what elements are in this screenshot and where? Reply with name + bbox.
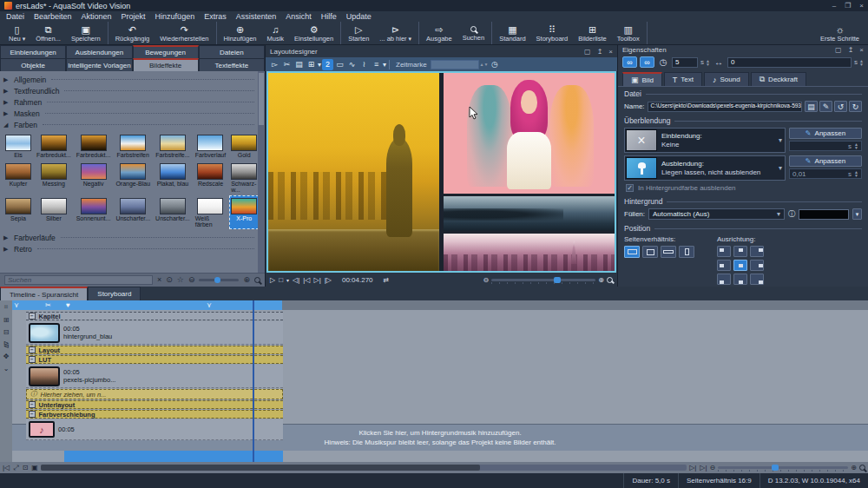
- tab-einblendungen[interactable]: Einblendungen: [0, 45, 66, 58]
- fade-out-dropdown[interactable]: Ausblendung: Liegen lassen, nicht ausble…: [624, 155, 786, 181]
- effect-unscharfer[interactable]: Unscharfer...: [154, 195, 192, 229]
- ruler-marker-icon[interactable]: ⋎: [14, 300, 19, 310]
- track-header-layout[interactable]: −Layout: [26, 346, 283, 354]
- fade-out-duration-spinner[interactable]: 0,01 s ▲▼: [789, 168, 862, 179]
- fade-in-adjust-button[interactable]: ✎ Anpassen: [789, 128, 862, 139]
- toolbar-button-settings[interactable]: ⚙Einstellungen: [289, 22, 339, 44]
- cut-tool-icon[interactable]: ✂: [281, 59, 293, 70]
- timeline-music-item[interactable]: ♪00:05: [26, 419, 283, 440]
- timeline-skip-1-icon[interactable]: ▷|: [700, 464, 707, 472]
- effect-sonnenunt[interactable]: Sonnenunt...: [75, 195, 113, 229]
- zoom-in-icon[interactable]: ⊕: [851, 464, 857, 472]
- tab-intelligente vorlagen[interactable]: Intelligente Vorlagen: [66, 58, 132, 71]
- toolbar-button-first-steps[interactable]: ☼Erste Schritte: [815, 22, 865, 44]
- align-b-button[interactable]: [733, 274, 747, 285]
- toolbar-button-imagelist[interactable]: ⊞Bilderliste: [573, 22, 612, 44]
- toolbar-button-new[interactable]: ▯Neu ▾: [3, 22, 30, 44]
- effect-gold[interactable]: Gold: [229, 132, 259, 160]
- zeitmarke-input[interactable]: [431, 60, 479, 69]
- play-icon[interactable]: ▷: [270, 276, 275, 284]
- menu-item-assistenten[interactable]: Assistenten: [236, 12, 277, 21]
- collapse-icon[interactable]: −: [29, 401, 36, 408]
- timeline-scrollbar[interactable]: [41, 465, 687, 471]
- canvas-image-yellow[interactable]: [268, 73, 439, 271]
- clock-icon[interactable]: ◷: [490, 59, 501, 70]
- monitor-view-icon[interactable]: ▤: [293, 59, 305, 70]
- effect-farbredukt[interactable]: Farbredukt...: [35, 132, 73, 160]
- effect-unscharfer[interactable]: Unscharfer...: [114, 195, 152, 229]
- clock-icon[interactable]: ◷: [657, 56, 669, 68]
- timeline-item[interactable]: 00:05pexels-picjumbo...: [26, 365, 283, 388]
- magnifier-icon[interactable]: [254, 277, 260, 283]
- pin-icon[interactable]: ↥: [597, 48, 603, 56]
- aspect-4-3-button[interactable]: [642, 246, 658, 258]
- toolbar-button-redo[interactable]: ↷Wiederherstellen: [155, 22, 214, 44]
- toolbar-button-toolbox[interactable]: ▥Toolbox: [612, 22, 645, 44]
- curve-out-icon[interactable]: ≀: [358, 59, 370, 70]
- effect-farbstreife[interactable]: Farbstreife...: [154, 132, 192, 160]
- tab-objekte[interactable]: Objekte: [0, 58, 66, 71]
- duration-input[interactable]: [672, 57, 698, 68]
- tab-deckkraft[interactable]: ⧉Deckkraft: [751, 72, 806, 86]
- canvas-image-pink[interactable]: [444, 73, 615, 194]
- thumbnail-size-slider[interactable]: [199, 279, 239, 281]
- aspect-portrait-button[interactable]: [679, 246, 694, 258]
- category-allgemein[interactable]: ▶Allgemein: [3, 74, 256, 85]
- timeline-ruler[interactable]: ⋎✂♥⋎: [12, 300, 868, 310]
- effect-x-pro[interactable]: X-Pro: [229, 195, 259, 229]
- menu-item-hilfe[interactable]: Hilfe: [321, 12, 337, 21]
- track-header-kapitel[interactable]: −Kapitel: [26, 312, 283, 320]
- tab-bewegungen[interactable]: Bewegungen: [133, 45, 199, 58]
- eye-icon[interactable]: ⊙: [166, 276, 173, 284]
- favorite-star-icon[interactable]: ☆: [177, 276, 184, 284]
- toolbar-button-start[interactable]: ▷Starten: [343, 22, 374, 44]
- effect-negativ[interactable]: Negativ: [75, 161, 113, 195]
- close-icon[interactable]: ×: [859, 46, 864, 54]
- aspect-wide-button[interactable]: [661, 246, 676, 258]
- stepper-icon[interactable]: ▲▼: [854, 142, 858, 149]
- effect-farbredukt[interactable]: Farbredukt...: [75, 132, 113, 160]
- stepper-icon[interactable]: ▲▼: [859, 59, 864, 66]
- menu-item-projekt[interactable]: Projekt: [122, 12, 146, 21]
- fade-out-adjust-button[interactable]: ✎ Anpassen: [789, 155, 862, 167]
- tab-texteffekte[interactable]: Texteffekte: [199, 58, 265, 71]
- align-tl-button[interactable]: [717, 246, 731, 257]
- track-header-lut[interactable]: −LUT: [26, 355, 283, 364]
- menu-item-ansicht[interactable]: Ansicht: [286, 12, 312, 21]
- toolbar-button-open[interactable]: ⧉Öffnen...: [30, 22, 66, 44]
- background-color-swatch[interactable]: [799, 209, 849, 220]
- track-header-farbverschiebung[interactable]: −Farbverschiebung: [26, 410, 283, 419]
- menu-item-datei[interactable]: Datei: [6, 12, 24, 21]
- effect-orange-blau[interactable]: Orange-Blau: [114, 161, 152, 195]
- category-retro[interactable]: ▶Retro: [3, 243, 256, 254]
- link-icon[interactable]: ∞: [622, 56, 637, 68]
- offset-input[interactable]: [727, 57, 852, 68]
- grid-icon[interactable]: ⊞: [306, 59, 317, 70]
- tab-dateien[interactable]: Dateien: [199, 45, 265, 58]
- chevron-down-icon[interactable]: ▾: [318, 61, 321, 69]
- menu-item-extras[interactable]: Extras: [204, 12, 227, 21]
- timeline-nav-0-icon[interactable]: |◁: [3, 464, 10, 472]
- menu-item-bearbeiten[interactable]: Bearbeiten: [34, 12, 72, 21]
- pin-icon[interactable]: ↥: [848, 46, 854, 54]
- tab-text[interactable]: TText: [664, 72, 702, 86]
- zoom-in-icon[interactable]: ⊕: [598, 276, 604, 284]
- effect-weißfärben[interactable]: Weiß färben: [194, 195, 227, 229]
- stepper-icon[interactable]: ▲▼: [706, 59, 710, 66]
- effect-farbstreifen[interactable]: Farbstreifen: [114, 132, 152, 160]
- timeline-zoom-slider[interactable]: [718, 466, 848, 469]
- toolbar-button-output[interactable]: ⇨Ausgabe: [421, 22, 457, 44]
- timeline-tool-2-icon[interactable]: ⊟: [3, 328, 10, 336]
- effect-sepia[interactable]: Sepia: [3, 195, 33, 229]
- toolbar-button-standard[interactable]: ▦Standard: [494, 22, 530, 44]
- zoom-out-icon[interactable]: ⊖: [483, 276, 490, 284]
- zoom-out-icon[interactable]: ⊖: [188, 276, 195, 284]
- align-r-button[interactable]: [750, 260, 764, 271]
- step-3-icon[interactable]: |▷: [325, 276, 332, 284]
- collapse-icon[interactable]: −: [29, 313, 36, 320]
- toolbar-button-start-here[interactable]: ⊳... ab hier ▾: [374, 22, 417, 44]
- fade-in-dropdown[interactable]: × Einblendung: Keine ▾: [624, 128, 786, 153]
- timeline-tool-3-icon[interactable]: ⧎: [3, 340, 10, 348]
- align-tr-button[interactable]: [750, 246, 764, 257]
- toolbar-button-add[interactable]: ⊕Hinzufügen: [219, 22, 262, 44]
